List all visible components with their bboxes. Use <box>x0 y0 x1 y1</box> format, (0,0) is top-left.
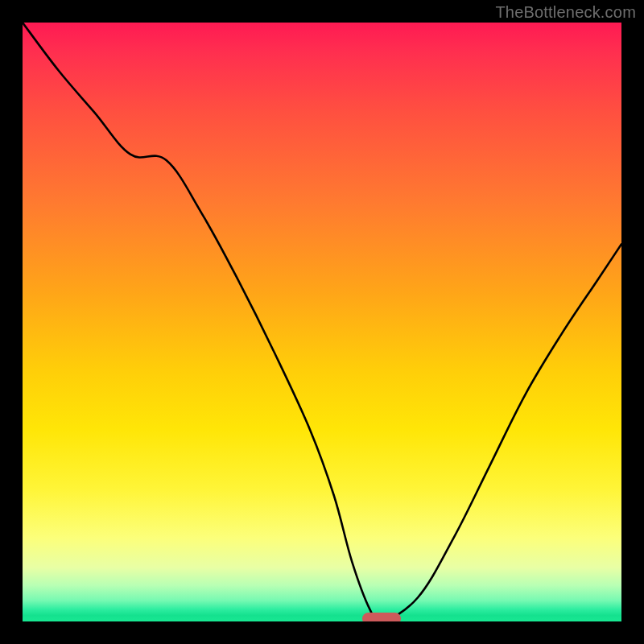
bottleneck-curve <box>23 23 621 621</box>
chart-frame: TheBottleneck.com <box>0 0 644 644</box>
plot-area <box>23 23 621 621</box>
optimal-marker <box>362 613 401 621</box>
watermark-text: TheBottleneck.com <box>495 3 636 22</box>
